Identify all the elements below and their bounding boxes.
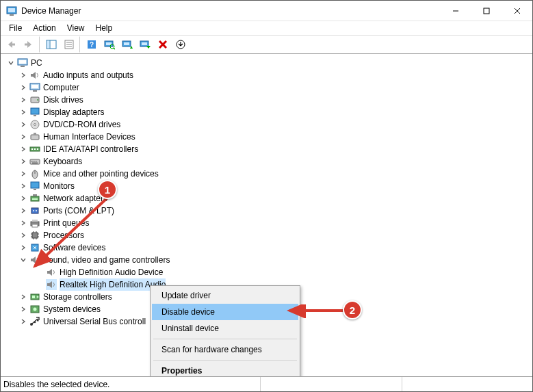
ctx-uninstall-device[interactable]: Uninstall device bbox=[152, 320, 298, 337]
minimize-button[interactable] bbox=[440, 1, 471, 21]
annotation-badge-1: 1 bbox=[98, 180, 117, 199]
chevron-right-icon[interactable] bbox=[18, 83, 28, 92]
tree-node-label: Keyboards bbox=[43, 155, 82, 168]
chevron-right-icon[interactable] bbox=[18, 181, 28, 191]
menubar: File Action View Help bbox=[1, 21, 532, 35]
chevron-right-icon[interactable] bbox=[18, 169, 28, 179]
ctx-update-driver[interactable]: Update driver bbox=[152, 287, 298, 304]
tree-node[interactable]: Disk drives bbox=[5, 94, 532, 106]
tree-node-label: System devices bbox=[43, 303, 101, 315]
maximize-button[interactable] bbox=[471, 1, 502, 21]
device-category-icon bbox=[29, 230, 40, 241]
svg-point-82 bbox=[34, 322, 36, 324]
tree-node-label: Processors bbox=[43, 229, 84, 241]
device-tree-pane[interactable]: PC Audio inputs and outputsComputerDisk … bbox=[1, 54, 532, 376]
menu-file[interactable]: File bbox=[3, 22, 27, 34]
show-hide-tree-button[interactable] bbox=[43, 36, 60, 53]
tree-node-label: Monitors bbox=[43, 180, 75, 192]
status-cell bbox=[261, 377, 402, 391]
svg-rect-48 bbox=[31, 161, 33, 162]
tree-node[interactable]: Display adapters bbox=[5, 106, 532, 118]
ctx-disable-device[interactable]: Disable device bbox=[152, 304, 298, 320]
chevron-down-icon[interactable] bbox=[6, 58, 16, 68]
tree-root[interactable]: PC bbox=[5, 57, 532, 69]
chevron-right-icon[interactable] bbox=[18, 194, 28, 203]
chevron-right-icon[interactable] bbox=[18, 317, 28, 326]
help-button[interactable]: ? bbox=[83, 36, 100, 53]
chevron-right-icon[interactable] bbox=[18, 107, 28, 117]
svg-rect-44 bbox=[31, 148, 33, 150]
menu-action[interactable]: Action bbox=[27, 22, 61, 34]
tree-node[interactable]: Ports (COM & LPT) bbox=[5, 205, 532, 217]
tree-node[interactable]: Print queues bbox=[5, 217, 532, 229]
chevron-right-icon[interactable] bbox=[18, 243, 28, 252]
context-menu: Update driver Disable device Uninstall d… bbox=[150, 285, 300, 376]
close-button[interactable] bbox=[502, 1, 532, 21]
chevron-right-icon[interactable] bbox=[18, 218, 28, 228]
svg-rect-58 bbox=[32, 198, 38, 200]
tree-node[interactable]: Network adapters bbox=[5, 192, 532, 205]
tree-node[interactable]: Software devices bbox=[5, 241, 532, 254]
chevron-right-icon[interactable] bbox=[18, 95, 28, 105]
svg-rect-38 bbox=[34, 115, 36, 116]
back-button[interactable] bbox=[3, 36, 19, 53]
tree-node-label: Display adapters bbox=[43, 106, 104, 118]
forward-button[interactable] bbox=[21, 36, 40, 53]
tree-node-sound[interactable]: Sound, video and game controllers bbox=[5, 254, 532, 266]
chevron-right-icon[interactable] bbox=[18, 132, 28, 142]
scan-hardware-button[interactable] bbox=[101, 36, 118, 53]
tree-node[interactable]: Audio inputs and outputs bbox=[5, 69, 532, 81]
chevron-right-icon[interactable] bbox=[18, 120, 28, 129]
uninstall-device-button[interactable] bbox=[155, 36, 171, 53]
tree-node[interactable]: DVD/CD-ROM drives bbox=[5, 118, 532, 131]
toolbar-extra-button[interactable] bbox=[172, 36, 189, 53]
tree-node[interactable]: Computer bbox=[5, 81, 532, 94]
tree-node[interactable]: IDE ATA/ATAPI controllers bbox=[5, 143, 532, 155]
tree-node[interactable]: Human Interface Devices bbox=[5, 131, 532, 143]
chevron-right-icon[interactable] bbox=[18, 144, 28, 154]
svg-rect-55 bbox=[34, 189, 36, 190]
svg-rect-50 bbox=[36, 161, 37, 162]
tree-node-label: Human Interface Devices bbox=[43, 131, 135, 143]
device-category-icon bbox=[29, 107, 40, 118]
tree-node[interactable]: Processors bbox=[5, 229, 532, 241]
tree-node[interactable]: Keyboards bbox=[5, 155, 532, 168]
svg-rect-31 bbox=[21, 66, 25, 67]
ctx-scan-hardware[interactable]: Scan for hardware changes bbox=[152, 341, 298, 358]
properties-button[interactable] bbox=[61, 36, 80, 53]
device-category-icon bbox=[29, 131, 40, 142]
svg-rect-46 bbox=[37, 148, 38, 150]
tree-node[interactable]: Mice and other pointing devices bbox=[5, 168, 532, 180]
device-category-icon bbox=[29, 291, 40, 302]
chevron-right-icon[interactable] bbox=[18, 70, 28, 80]
tree-node[interactable]: Monitors bbox=[5, 180, 532, 192]
separator bbox=[153, 339, 297, 339]
chevron-right-icon[interactable] bbox=[18, 304, 28, 314]
svg-rect-77 bbox=[32, 296, 35, 298]
tree-node-label: Audio inputs and outputs bbox=[43, 69, 133, 81]
toolbar: ? bbox=[1, 35, 532, 54]
status-cell bbox=[402, 377, 532, 391]
tree-node-label: Mice and other pointing devices bbox=[43, 168, 159, 180]
svg-rect-37 bbox=[31, 108, 39, 114]
chevron-down-icon[interactable] bbox=[18, 255, 28, 265]
chevron-right-icon[interactable] bbox=[18, 206, 28, 215]
update-driver-button[interactable] bbox=[119, 36, 135, 53]
chevron-right-icon[interactable] bbox=[18, 231, 28, 240]
menu-help[interactable]: Help bbox=[90, 22, 118, 34]
device-category-icon bbox=[29, 205, 40, 216]
chevron-right-icon[interactable] bbox=[18, 157, 28, 166]
svg-rect-2 bbox=[10, 14, 14, 16]
device-category-icon bbox=[29, 144, 40, 155]
disable-device-button[interactable] bbox=[137, 36, 153, 53]
ctx-properties[interactable]: Properties bbox=[152, 363, 298, 376]
chevron-right-icon[interactable] bbox=[18, 292, 28, 302]
svg-line-21 bbox=[114, 48, 115, 49]
svg-rect-30 bbox=[19, 60, 26, 64]
device-category-icon bbox=[29, 156, 40, 167]
svg-rect-41 bbox=[31, 135, 39, 140]
tree-node-label: Computer bbox=[43, 81, 79, 94]
tree-leaf-hd-audio[interactable]: High Definition Audio Device bbox=[5, 266, 532, 278]
tree-node-label: Print queues bbox=[43, 217, 89, 229]
menu-view[interactable]: View bbox=[62, 22, 90, 34]
